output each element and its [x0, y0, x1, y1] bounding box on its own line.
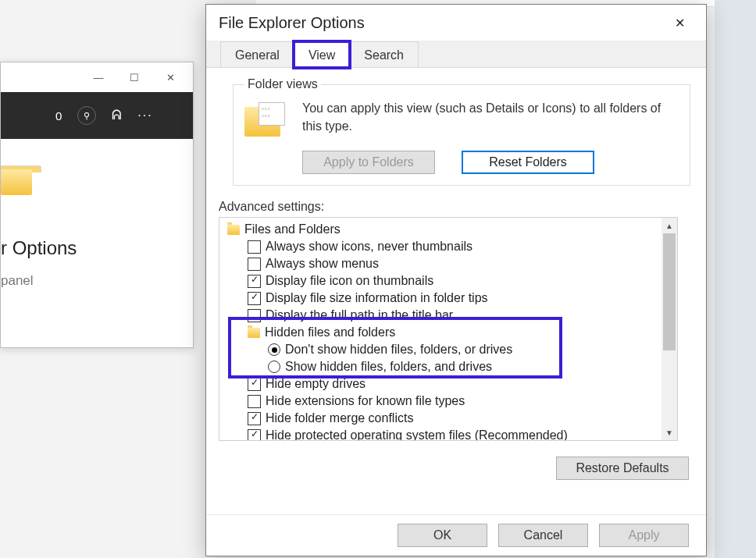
checkbox-hide-empty[interactable] [248, 378, 261, 391]
checkbox-hide-ext[interactable] [248, 395, 261, 408]
folder-views-desc: You can apply this view (such as Details… [302, 99, 679, 135]
group-files-folders: Files and Folders [244, 221, 341, 238]
scroll-down-icon[interactable]: ▼ [662, 425, 677, 440]
folder-icon [227, 225, 240, 235]
close-button[interactable]: ✕ [664, 11, 695, 34]
folder-views-legend: Folder views [244, 77, 321, 91]
more-icon: ··· [137, 108, 152, 123]
checkbox-size-tips[interactable] [248, 292, 261, 305]
advanced-settings-list[interactable]: Files and Folders Always show icons, nev… [219, 217, 678, 441]
person-icon: ᕱ [112, 108, 122, 123]
folder-views-group: Folder views ▫▫▫▫▫▫ You can apply this v… [233, 77, 690, 186]
ok-button[interactable]: OK [398, 524, 487, 547]
opt-always-menus: Always show menus [266, 255, 379, 272]
cancel-button[interactable]: Cancel [498, 524, 588, 547]
minimize-icon: — [80, 66, 116, 89]
checkbox-thumb-icon[interactable] [248, 275, 261, 288]
restore-defaults-button[interactable]: Restore Defaults [556, 457, 689, 480]
dialog-title: File Explorer Options [219, 14, 365, 32]
radio-dont-show-hidden[interactable] [268, 343, 280, 356]
checkbox-full-path[interactable] [248, 309, 261, 322]
folder-icon [1, 165, 38, 197]
opt-show-hidden: Show hidden files, folders, and drives [285, 358, 492, 375]
maximize-icon: ☐ [116, 66, 152, 89]
opt-hide-merge: Hide folder merge conflicts [266, 410, 413, 427]
count-zero: 0 [55, 109, 62, 123]
opt-hide-ext: Hide extensions for known file types [266, 393, 465, 410]
opt-always-icons: Always show icons, never thumbnails [266, 238, 472, 255]
group-hidden: Hidden files and folders [265, 324, 395, 341]
checkbox-hide-merge[interactable] [248, 412, 261, 425]
bg-panel-label: panel [1, 273, 193, 289]
pin-icon: ⚲ [77, 106, 96, 125]
scrollbar[interactable]: ▲ ▼ [662, 218, 677, 440]
background-window: — ☐ ✕ 0 ⚲ ᕱ ··· r Options panel [0, 62, 194, 348]
file-explorer-options-dialog: File Explorer Options ✕ General View Sea… [205, 4, 707, 556]
folder-views-icon: ▫▫▫▫▫▫ [244, 102, 288, 141]
opt-full-path: Display the full path in the title bar [266, 307, 453, 324]
scroll-up-icon[interactable]: ▲ [662, 218, 677, 233]
tab-view[interactable]: View [294, 41, 350, 68]
tab-search[interactable]: Search [349, 41, 419, 67]
bg-options-label: r Options [1, 237, 193, 259]
reset-folders-button[interactable]: Reset Folders [462, 151, 594, 174]
apply-to-folders-button[interactable]: Apply to Folders [302, 151, 435, 174]
opt-dont-show-hidden: Don't show hidden files, folders, or dri… [285, 341, 512, 358]
opt-thumb-icon: Display file icon on thumbnails [266, 272, 433, 290]
checkbox-always-menus[interactable] [248, 258, 261, 271]
advanced-settings-label: Advanced settings: [219, 200, 690, 214]
checkbox-hide-protected[interactable] [248, 429, 261, 442]
close-icon: ✕ [152, 66, 188, 89]
checkbox-always-icons[interactable] [248, 240, 261, 254]
tab-strip: General View Search [206, 41, 706, 68]
tab-general[interactable]: General [220, 41, 294, 67]
folder-icon [248, 328, 260, 338]
apply-button[interactable]: Apply [599, 524, 689, 547]
scroll-thumb[interactable] [663, 233, 676, 350]
radio-show-hidden[interactable] [268, 361, 280, 373]
opt-size-tips: Display file size information in folder … [266, 290, 488, 307]
opt-hide-empty: Hide empty drives [266, 375, 366, 393]
opt-hide-protected: Hide protected operating system files (R… [266, 427, 568, 441]
